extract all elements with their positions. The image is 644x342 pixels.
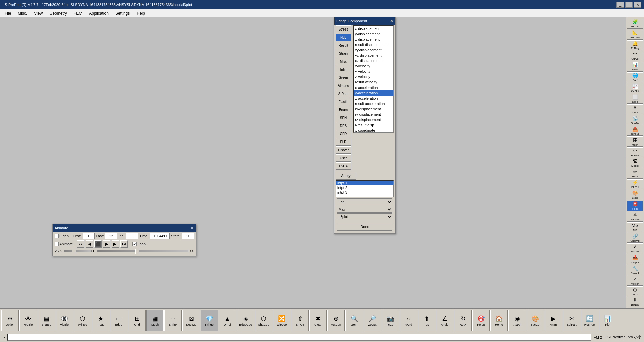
fringe-cat-result[interactable]: Result (336, 42, 351, 49)
rt-btn-vector[interactable]: ↗Vector (627, 276, 643, 286)
fringe-cat-almans[interactable]: Almans (336, 82, 351, 89)
bt-btn-angle[interactable]: ∠Angle (436, 310, 453, 331)
rt-btn-curve[interactable]: 〰Curve (627, 51, 643, 61)
rt-btn-post[interactable]: 📮Post (627, 201, 643, 211)
rt-btn-favor1[interactable]: 🔧Favor1 (627, 265, 643, 275)
fringe-item-ry-displacement[interactable]: ry-displacement (354, 112, 393, 117)
rt-btn-state[interactable]: 🎨State (627, 190, 643, 200)
rt-btn-histor[interactable]: 📊Histor (627, 62, 643, 72)
bt-btn-selpart[interactable]: ✂SelPart (563, 310, 580, 331)
bt-btn-respart[interactable]: 🔄ResPart (581, 310, 598, 331)
fringe-sub-intpt-1[interactable]: intpt 1 (336, 181, 393, 185)
loop-checkbox[interactable]: ✓ Loop (132, 242, 145, 246)
fringe-dropdown-max[interactable]: Max (337, 206, 392, 213)
bt-btn-zoin[interactable]: 🔍ZoIn (345, 310, 363, 331)
end-btn[interactable]: ⏭ (120, 240, 128, 248)
bt-btn-top[interactable]: ⬆Top (418, 310, 435, 331)
rt-btn-output[interactable]: 📤Output (627, 254, 643, 264)
rt-btn-fricmp[interactable]: 🧩FriCmp (627, 19, 643, 29)
rt-btn-trace[interactable]: ✏Trace (627, 169, 643, 179)
animate-close[interactable]: ✕ (191, 226, 194, 230)
fringe-cat-ndy[interactable]: Ndy (336, 34, 351, 41)
bt-btn-vcrd[interactable]: ↔VCrd (400, 310, 417, 331)
fringe-sub-intpt-2[interactable]: intpt 2 (336, 185, 393, 190)
bt-btn-edgegeo[interactable]: ◈EdgeGeo (237, 310, 254, 331)
rt-btn-fld[interactable]: ⬡FLD (627, 286, 643, 296)
rt-btn-particle[interactable]: ⚛Particle (627, 212, 643, 222)
fringe-cat-green[interactable]: Green (336, 74, 351, 81)
fringe-items-list[interactable]: x-displacementy-displacementz-displaceme… (353, 25, 394, 133)
bt-btn-edge[interactable]: ▭Edge (110, 310, 127, 331)
bt-btn-shfctr[interactable]: ⇧ShfCtr (291, 310, 309, 331)
fringe-cat-strain[interactable]: Strain (336, 50, 351, 57)
fringe-cat-beam[interactable]: Beam (336, 106, 351, 113)
bt-btn-persp[interactable]: 🎯Persp (472, 310, 490, 331)
menu-item-geometry[interactable]: Geometry (46, 10, 70, 16)
fringe-item-result-displacement[interactable]: result displacement (354, 42, 393, 47)
fringe-cat-misc[interactable]: Misc (336, 58, 351, 65)
fringe-item-y-velocity[interactable]: y-velocity (354, 69, 393, 74)
time-input[interactable] (150, 233, 170, 239)
bt-btn-wirele[interactable]: ⬡WirEle (74, 310, 91, 331)
fringe-item-xz-displacement[interactable]: xz-displacement (354, 58, 393, 63)
rt-btn-xyplot[interactable]: 📈XYPlot (627, 83, 643, 93)
bt-btn-feat[interactable]: ★Feat (92, 310, 109, 331)
maximize-button[interactable]: □ (625, 2, 633, 8)
fringe-done-btn[interactable]: Done (337, 223, 392, 231)
bt-btn-home[interactable]: 🏠Home (490, 310, 508, 331)
bt-btn-anim[interactable]: ▶Anim (545, 310, 562, 331)
rt-btn-model[interactable]: 🏗Model (627, 158, 643, 168)
menu-item-view[interactable]: View (31, 10, 46, 16)
rt-btn-surf[interactable]: 🌐Surf (627, 72, 643, 82)
fringe-item-x-coordinate[interactable]: x-coordinate (354, 128, 393, 133)
fringe-item-z-displacement[interactable]: z-displacement (354, 37, 393, 42)
menu-item-help[interactable]: Help (133, 10, 148, 16)
menu-item-application[interactable]: Application (86, 10, 112, 16)
bt-btn-grid[interactable]: ⊞Grid (128, 310, 146, 331)
rewind-btn[interactable]: ⏮ (77, 240, 84, 248)
bt-btn-unref[interactable]: ▲Unref (219, 310, 236, 331)
bt-btn-hidele[interactable]: 👁HidEle (19, 310, 37, 331)
fringe-apply-btn[interactable]: Apply (336, 172, 356, 180)
fringe-cat-histvar[interactable]: HistVar (336, 146, 351, 154)
fringe-item-y-acceleration[interactable]: y-acceleration (354, 90, 393, 96)
fringe-dropdown-d3plot[interactable]: d3plot (337, 213, 392, 220)
fringe-cat-cfd[interactable]: CFD (336, 130, 351, 137)
slider-thumb-left[interactable] (72, 249, 76, 254)
slider-thumb-right[interactable] (135, 249, 139, 254)
fringe-item-x-displacement[interactable]: x-displacement (354, 26, 393, 31)
fringe-cat-elastic[interactable]: Elastic (336, 98, 351, 105)
fringe-cat-sph[interactable]: SPH (336, 114, 351, 121)
scroll-right[interactable]: >> (190, 249, 194, 253)
slider-track-right[interactable] (97, 250, 188, 252)
fringe-sub-intpt-3[interactable]: intpt 3 (336, 190, 393, 195)
fringe-close-btn[interactable]: ✕ (390, 19, 393, 23)
fringe-cat-lsda[interactable]: LSDA (336, 162, 351, 170)
rt-btn-chaimd[interactable]: 🔗ChaiMd (627, 233, 643, 243)
menu-item-settings[interactable]: Settings (112, 10, 133, 16)
rt-btn-botdc[interactable]: ⬇BotDC (627, 297, 643, 307)
menu-item-misc.[interactable]: Misc. (14, 10, 31, 16)
rt-btn-ascii[interactable]: AASCII (627, 104, 643, 114)
fringe-sub-list[interactable]: intpt 1intpt 2intpt 3 (336, 180, 394, 197)
fringe-item-y-displacement[interactable]: y-displacement (354, 31, 393, 37)
rt-btn-geotol[interactable]: 📡GeoTol (627, 115, 643, 125)
slider-track-left[interactable] (64, 250, 92, 252)
fringe-cat-stress[interactable]: Stress (336, 25, 351, 33)
stop-btn[interactable]: ⬛ (94, 240, 102, 248)
rt-btn-frirng[interactable]: 🔔FriRng (627, 40, 643, 50)
bt-btn-fringe[interactable]: 💎Fringe (201, 310, 218, 331)
fringe-cat-fld[interactable]: FLD (336, 138, 351, 146)
bt-btn-sectmo[interactable]: ⊠SectMo (182, 310, 200, 331)
state-input[interactable] (182, 233, 194, 239)
bt-btn-autcen[interactable]: ⊕AutCen (327, 310, 345, 331)
bt-btn-zoout[interactable]: 🔎ZoOut (364, 310, 381, 331)
rt-btn-eletol[interactable]: ⚡EleTol (627, 179, 643, 189)
bt-btn-shaele[interactable]: ▦ShaEle (38, 310, 55, 331)
rt-btn-follow[interactable]: ↩Follow (627, 147, 643, 157)
fringe-item-x-velocity[interactable]: x-velocity (354, 63, 393, 69)
bt-btn-actall[interactable]: ◉ActAll (508, 310, 526, 331)
eigen-check-box[interactable] (55, 234, 59, 238)
bt-btn-option[interactable]: ⚙Option (1, 310, 19, 331)
command-input[interactable] (7, 334, 591, 341)
